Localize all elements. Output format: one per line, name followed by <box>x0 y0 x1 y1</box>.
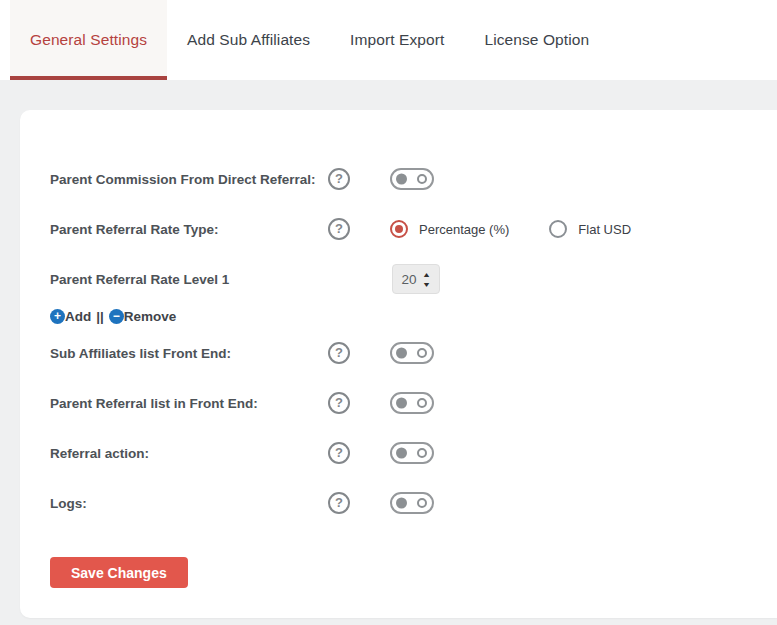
logs-label: Logs: <box>50 496 328 511</box>
rate-level-label: Parent Referral Rate Level 1 <box>50 272 328 287</box>
save-changes-button[interactable]: Save Changes <box>50 557 188 588</box>
row-referral-action: Referral action: ? <box>50 428 737 478</box>
toggle-knob <box>396 174 407 185</box>
row-parent-commission: Parent Commission From Direct Referral: … <box>50 154 737 204</box>
minus-circle-icon: − <box>109 309 124 324</box>
rate-level-input[interactable] <box>393 265 421 293</box>
tab-general-settings[interactable]: General Settings <box>10 0 167 80</box>
help-icon[interactable]: ? <box>328 442 350 464</box>
toggle-knob <box>396 348 407 359</box>
radio-percentage[interactable] <box>390 220 408 238</box>
sub-affiliates-list-label: Sub Affiliates list Front End: <box>50 346 328 361</box>
sub-affiliates-list-toggle[interactable] <box>390 342 434 364</box>
radio-flat-usd-label: Flat USD <box>578 222 631 237</box>
row-rate-type: Parent Referral Rate Type: ? Percentage … <box>50 204 737 254</box>
row-rate-level: Parent Referral Rate Level 1 ▲ ▼ + Add |… <box>50 254 737 328</box>
radio-dot <box>395 225 403 233</box>
add-level-label: Add <box>65 309 91 324</box>
tab-add-sub-affiliates[interactable]: Add Sub Affiliates <box>167 0 330 80</box>
help-icon[interactable]: ? <box>328 342 350 364</box>
number-spinner: ▲ ▼ <box>423 271 433 288</box>
toggle-knob <box>396 498 407 509</box>
toggle-ring <box>417 448 427 458</box>
toggle-ring <box>417 174 427 184</box>
general-settings-panel: Parent Commission From Direct Referral: … <box>20 110 777 618</box>
help-icon[interactable]: ? <box>328 492 350 514</box>
radio-option-percentage[interactable]: Percentage (%) <box>390 220 509 238</box>
plus-circle-icon: + <box>50 309 65 324</box>
row-parent-referral-list: Parent Referral list in Front End: ? <box>50 378 737 428</box>
remove-level-link[interactable]: − Remove <box>109 309 177 324</box>
tab-label: Add Sub Affiliates <box>187 31 310 49</box>
tab-label: License Option <box>484 31 589 49</box>
toggle-knob <box>396 448 407 459</box>
toggle-knob <box>396 398 407 409</box>
radio-option-flat-usd[interactable]: Flat USD <box>549 220 631 238</box>
parent-commission-toggle[interactable] <box>390 168 434 190</box>
toggle-ring <box>417 498 427 508</box>
remove-level-label: Remove <box>124 309 177 324</box>
tab-label: General Settings <box>30 31 147 49</box>
settings-tab-bar: General Settings Add Sub Affiliates Impo… <box>0 0 777 80</box>
help-icon[interactable]: ? <box>328 168 350 190</box>
spinner-down-icon[interactable]: ▼ <box>422 281 431 288</box>
tab-import-export[interactable]: Import Export <box>330 0 464 80</box>
link-separator: || <box>96 309 104 324</box>
toggle-ring <box>417 398 427 408</box>
referral-action-label: Referral action: <box>50 446 328 461</box>
row-sub-affiliates-list: Sub Affiliates list Front End: ? <box>50 328 737 378</box>
logs-toggle[interactable] <box>390 492 434 514</box>
parent-referral-list-label: Parent Referral list in Front End: <box>50 396 328 411</box>
rate-type-label: Parent Referral Rate Type: <box>50 222 328 237</box>
referral-action-toggle[interactable] <box>390 442 434 464</box>
help-icon[interactable]: ? <box>328 392 350 414</box>
tab-label: Import Export <box>350 31 444 49</box>
parent-referral-list-toggle[interactable] <box>390 392 434 414</box>
radio-flat-usd[interactable] <box>549 220 567 238</box>
radio-percentage-label: Percentage (%) <box>419 222 509 237</box>
tab-license-option[interactable]: License Option <box>464 0 609 80</box>
toggle-ring <box>417 348 427 358</box>
parent-commission-label: Parent Commission From Direct Referral: <box>50 172 328 187</box>
spinner-up-icon[interactable]: ▲ <box>422 271 431 278</box>
radio-dot <box>554 225 562 233</box>
help-icon[interactable]: ? <box>328 218 350 240</box>
row-logs: Logs: ? <box>50 478 737 528</box>
add-level-link[interactable]: + Add <box>50 309 91 324</box>
rate-level-field: ▲ ▼ <box>392 264 440 294</box>
